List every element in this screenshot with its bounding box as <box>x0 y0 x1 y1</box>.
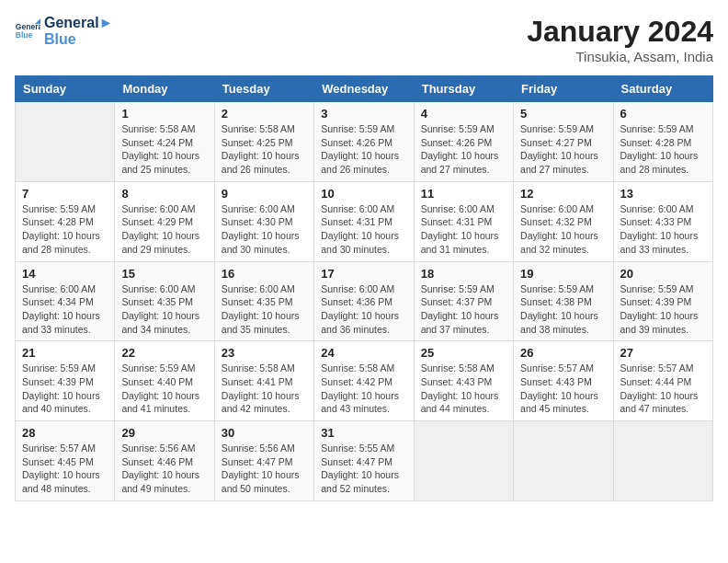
day-number: 8 <box>121 187 207 201</box>
day-number: 31 <box>321 426 406 440</box>
location-subtitle: Tinsukia, Assam, India <box>527 49 713 64</box>
calendar-cell: 13Sunrise: 6:00 AM Sunset: 4:33 PM Dayli… <box>613 181 712 261</box>
day-info: Sunrise: 5:59 AM Sunset: 4:39 PM Dayligh… <box>620 282 706 337</box>
day-info: Sunrise: 5:59 AM Sunset: 4:39 PM Dayligh… <box>22 362 108 416</box>
weekday-header-saturday: Saturday <box>613 76 712 102</box>
calendar-cell: 19Sunrise: 5:59 AM Sunset: 4:38 PM Dayli… <box>514 261 613 341</box>
calendar-cell: 29Sunrise: 5:56 AM Sunset: 4:46 PM Dayli… <box>115 421 214 501</box>
calendar-cell <box>414 421 513 501</box>
day-number: 27 <box>620 346 706 360</box>
day-info: Sunrise: 5:58 AM Sunset: 4:41 PM Dayligh… <box>222 362 307 416</box>
day-info: Sunrise: 5:59 AM Sunset: 4:27 PM Dayligh… <box>520 122 606 177</box>
calendar-cell: 2Sunrise: 5:58 AM Sunset: 4:25 PM Daylig… <box>214 102 313 182</box>
logo: General Blue General► Blue <box>15 15 113 47</box>
svg-text:Blue: Blue <box>16 30 33 40</box>
weekday-header-sunday: Sunday <box>16 76 115 102</box>
calendar-cell: 12Sunrise: 6:00 AM Sunset: 4:32 PM Dayli… <box>514 181 613 261</box>
day-number: 12 <box>520 187 606 201</box>
day-number: 3 <box>321 107 406 121</box>
day-number: 30 <box>222 426 307 440</box>
calendar-cell: 7Sunrise: 5:59 AM Sunset: 4:28 PM Daylig… <box>16 181 115 261</box>
logo-text: General► <box>44 15 113 31</box>
day-number: 15 <box>121 267 207 281</box>
calendar-cell: 9Sunrise: 6:00 AM Sunset: 4:30 PM Daylig… <box>214 181 313 261</box>
day-number: 18 <box>421 267 506 281</box>
weekday-header-wednesday: Wednesday <box>314 76 414 102</box>
day-info: Sunrise: 5:58 AM Sunset: 4:43 PM Dayligh… <box>421 362 506 416</box>
day-number: 2 <box>222 107 307 121</box>
day-number: 5 <box>520 107 606 121</box>
calendar-cell: 20Sunrise: 5:59 AM Sunset: 4:39 PM Dayli… <box>613 261 712 341</box>
day-number: 10 <box>321 187 406 201</box>
day-number: 29 <box>121 426 207 440</box>
day-number: 22 <box>121 346 207 360</box>
day-number: 25 <box>421 346 506 360</box>
calendar-week-row: 7Sunrise: 5:59 AM Sunset: 4:28 PM Daylig… <box>16 181 713 261</box>
day-number: 13 <box>620 187 706 201</box>
day-info: Sunrise: 5:59 AM Sunset: 4:40 PM Dayligh… <box>121 362 207 416</box>
calendar-cell: 5Sunrise: 5:59 AM Sunset: 4:27 PM Daylig… <box>514 102 613 182</box>
day-info: Sunrise: 5:59 AM Sunset: 4:28 PM Dayligh… <box>620 122 706 177</box>
day-info: Sunrise: 6:00 AM Sunset: 4:35 PM Dayligh… <box>222 282 307 337</box>
weekday-header-monday: Monday <box>115 76 214 102</box>
calendar-cell: 31Sunrise: 5:55 AM Sunset: 4:47 PM Dayli… <box>314 421 414 501</box>
calendar-cell: 18Sunrise: 5:59 AM Sunset: 4:37 PM Dayli… <box>414 261 513 341</box>
day-info: Sunrise: 5:56 AM Sunset: 4:47 PM Dayligh… <box>222 442 307 496</box>
calendar-cell <box>16 102 115 182</box>
calendar-week-row: 14Sunrise: 6:00 AM Sunset: 4:34 PM Dayli… <box>16 261 713 341</box>
day-number: 26 <box>520 346 606 360</box>
calendar-cell: 8Sunrise: 6:00 AM Sunset: 4:29 PM Daylig… <box>115 181 214 261</box>
month-year-title: January 2024 <box>527 15 713 49</box>
day-number: 14 <box>22 267 108 281</box>
calendar-table: SundayMondayTuesdayWednesdayThursdayFrid… <box>15 75 713 501</box>
calendar-cell: 28Sunrise: 5:57 AM Sunset: 4:45 PM Dayli… <box>16 421 115 501</box>
calendar-cell: 6Sunrise: 5:59 AM Sunset: 4:28 PM Daylig… <box>613 102 712 182</box>
calendar-cell: 21Sunrise: 5:59 AM Sunset: 4:39 PM Dayli… <box>16 341 115 421</box>
weekday-header-thursday: Thursday <box>414 76 513 102</box>
calendar-cell <box>613 421 712 501</box>
calendar-cell: 26Sunrise: 5:57 AM Sunset: 4:43 PM Dayli… <box>514 341 613 421</box>
day-number: 9 <box>222 187 307 201</box>
day-info: Sunrise: 6:00 AM Sunset: 4:33 PM Dayligh… <box>620 202 706 257</box>
day-info: Sunrise: 5:58 AM Sunset: 4:24 PM Dayligh… <box>121 122 207 177</box>
calendar-cell: 4Sunrise: 5:59 AM Sunset: 4:26 PM Daylig… <box>414 102 513 182</box>
day-info: Sunrise: 6:00 AM Sunset: 4:30 PM Dayligh… <box>222 202 307 257</box>
day-info: Sunrise: 5:57 AM Sunset: 4:43 PM Dayligh… <box>520 362 606 416</box>
calendar-cell: 25Sunrise: 5:58 AM Sunset: 4:43 PM Dayli… <box>414 341 513 421</box>
day-info: Sunrise: 6:00 AM Sunset: 4:31 PM Dayligh… <box>321 202 406 257</box>
title-block: January 2024 Tinsukia, Assam, India <box>527 15 713 64</box>
day-info: Sunrise: 5:55 AM Sunset: 4:47 PM Dayligh… <box>321 442 406 496</box>
calendar-cell: 17Sunrise: 6:00 AM Sunset: 4:36 PM Dayli… <box>314 261 414 341</box>
day-info: Sunrise: 6:00 AM Sunset: 4:31 PM Dayligh… <box>421 202 506 257</box>
calendar-cell: 14Sunrise: 6:00 AM Sunset: 4:34 PM Dayli… <box>16 261 115 341</box>
day-info: Sunrise: 5:56 AM Sunset: 4:46 PM Dayligh… <box>121 442 207 496</box>
day-info: Sunrise: 5:59 AM Sunset: 4:26 PM Dayligh… <box>421 122 506 177</box>
calendar-cell: 30Sunrise: 5:56 AM Sunset: 4:47 PM Dayli… <box>214 421 313 501</box>
weekday-header-tuesday: Tuesday <box>214 76 313 102</box>
calendar-week-row: 21Sunrise: 5:59 AM Sunset: 4:39 PM Dayli… <box>16 341 713 421</box>
day-info: Sunrise: 5:59 AM Sunset: 4:37 PM Dayligh… <box>421 282 506 337</box>
day-number: 1 <box>121 107 207 121</box>
day-number: 24 <box>321 346 406 360</box>
day-number: 4 <box>421 107 506 121</box>
calendar-cell: 22Sunrise: 5:59 AM Sunset: 4:40 PM Dayli… <box>115 341 214 421</box>
day-number: 20 <box>620 267 706 281</box>
day-info: Sunrise: 5:57 AM Sunset: 4:44 PM Dayligh… <box>620 362 706 416</box>
day-info: Sunrise: 5:58 AM Sunset: 4:25 PM Dayligh… <box>222 122 307 177</box>
day-number: 28 <box>22 426 108 440</box>
calendar-cell: 27Sunrise: 5:57 AM Sunset: 4:44 PM Dayli… <box>613 341 712 421</box>
calendar-week-row: 1Sunrise: 5:58 AM Sunset: 4:24 PM Daylig… <box>16 102 713 182</box>
calendar-cell: 23Sunrise: 5:58 AM Sunset: 4:41 PM Dayli… <box>214 341 313 421</box>
day-info: Sunrise: 5:59 AM Sunset: 4:26 PM Dayligh… <box>321 122 406 177</box>
day-number: 17 <box>321 267 406 281</box>
day-number: 21 <box>22 346 108 360</box>
calendar-cell: 15Sunrise: 6:00 AM Sunset: 4:35 PM Dayli… <box>115 261 214 341</box>
weekday-header-friday: Friday <box>514 76 613 102</box>
calendar-cell: 1Sunrise: 5:58 AM Sunset: 4:24 PM Daylig… <box>115 102 214 182</box>
calendar-cell: 11Sunrise: 6:00 AM Sunset: 4:31 PM Dayli… <box>414 181 513 261</box>
page-header: General Blue General► Blue January 2024 … <box>15 15 713 64</box>
day-info: Sunrise: 5:57 AM Sunset: 4:45 PM Dayligh… <box>22 442 108 496</box>
calendar-cell <box>514 421 613 501</box>
day-info: Sunrise: 6:00 AM Sunset: 4:34 PM Dayligh… <box>22 282 108 337</box>
day-number: 19 <box>520 267 606 281</box>
